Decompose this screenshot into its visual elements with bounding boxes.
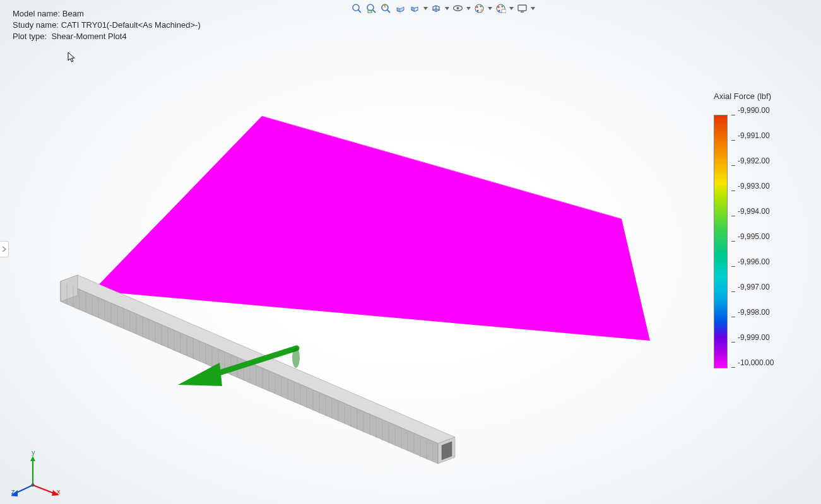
legend-tick-value: -10,000.00 [738, 358, 774, 367]
model-name-label: Model name: [13, 9, 60, 18]
legend-tick-value: -9,996.00 [738, 257, 770, 266]
svg-rect-31 [518, 5, 526, 11]
svg-marker-8 [178, 363, 222, 386]
svg-marker-0 [61, 275, 455, 443]
svg-point-29 [498, 9, 500, 11]
feature-manager-expand-tab[interactable] [0, 241, 9, 257]
legend-ticks: -9,990.00-9,991.00-9,992.00-9,993.00-9,9… [731, 115, 808, 367]
svg-point-21 [476, 6, 478, 8]
legend-tick-value: -9,998.00 [738, 308, 770, 317]
axis-x-label: x [57, 488, 61, 495]
legend-tick-value: -9,991.00 [738, 131, 770, 140]
svg-point-39 [32, 484, 35, 487]
svg-point-9 [292, 348, 300, 368]
view-settings-icon[interactable] [516, 2, 528, 15]
model-name-value: Beam [62, 9, 84, 18]
color-legend[interactable]: Axial Force (lbf) -9,990.00-9,991.00-9,9… [714, 91, 808, 368]
svg-point-23 [480, 9, 482, 11]
svg-point-22 [480, 5, 481, 7]
section-view-icon[interactable] [394, 2, 406, 15]
zoom-to-fit-icon[interactable] [350, 2, 363, 15]
legend-tick-value: -9,993.00 [738, 182, 770, 190]
scene-3d [0, 0, 821, 504]
orientation-triad[interactable]: y x z [11, 448, 62, 499]
edit-appearance-dropdown[interactable] [487, 2, 492, 15]
svg-marker-1 [61, 281, 438, 464]
hide-show-icon[interactable] [451, 2, 464, 15]
legend-tick-value: -9,997.00 [738, 283, 770, 291]
svg-marker-4 [61, 275, 78, 302]
zoom-area-icon[interactable] [365, 2, 377, 15]
svg-line-35 [33, 485, 56, 494]
svg-point-19 [456, 7, 459, 9]
svg-line-7 [211, 348, 297, 375]
svg-marker-2 [438, 437, 455, 464]
display-style-icon[interactable] [430, 2, 442, 15]
apply-scene-icon[interactable] [494, 2, 507, 15]
cursor-icon [68, 52, 76, 63]
svg-marker-3 [442, 442, 452, 460]
axis-y-label: y [32, 448, 35, 456]
edit-appearance-icon[interactable] [473, 2, 485, 15]
study-name-value: CATI TRY01(-Default<As Machined>-) [61, 20, 201, 30]
plot-type-label: Plot type: [13, 32, 47, 41]
display-style-dropdown[interactable] [444, 2, 449, 15]
svg-line-13 [372, 9, 375, 13]
beam-model [61, 275, 455, 464]
hide-show-dropdown[interactable] [466, 2, 471, 15]
shear-moment-plot-surface [93, 116, 650, 341]
svg-line-11 [358, 9, 361, 13]
svg-rect-30 [502, 9, 506, 13]
legend-tick-value: -9,995.00 [738, 232, 770, 241]
view-orientation-icon[interactable] [408, 2, 421, 15]
legend-title: Axial Force (lbf) [714, 91, 808, 101]
apply-scene-dropdown[interactable] [509, 2, 514, 15]
view-settings-dropdown[interactable] [530, 2, 535, 15]
graphics-viewport[interactable]: Model name: Beam Study name: CATI TRY01(… [0, 0, 821, 504]
plot-type-value: Shear-Moment Plot4 [51, 32, 126, 41]
plot-info-block: Model name: Beam Study name: CATI TRY01(… [13, 8, 201, 42]
view-orientation-dropdown[interactable] [423, 2, 428, 15]
legend-tick-value: -9,992.00 [738, 156, 770, 165]
view-heads-up-toolbar [350, 2, 535, 15]
legend-tick-value: -9,999.00 [738, 333, 770, 342]
previous-view-icon[interactable] [379, 2, 392, 15]
svg-point-20 [475, 4, 483, 13]
force-arrow [178, 348, 300, 386]
svg-point-27 [501, 5, 503, 7]
study-name-label: Study name: [13, 20, 59, 30]
svg-marker-34 [30, 456, 35, 461]
legend-gradient-bar [714, 115, 728, 368]
axis-z-label: z [11, 488, 15, 495]
legend-tick-value: -9,990.00 [738, 106, 770, 115]
svg-point-26 [497, 6, 499, 8]
svg-point-24 [476, 9, 478, 11]
legend-tick-value: -9,994.00 [738, 207, 770, 216]
svg-line-16 [387, 9, 390, 13]
